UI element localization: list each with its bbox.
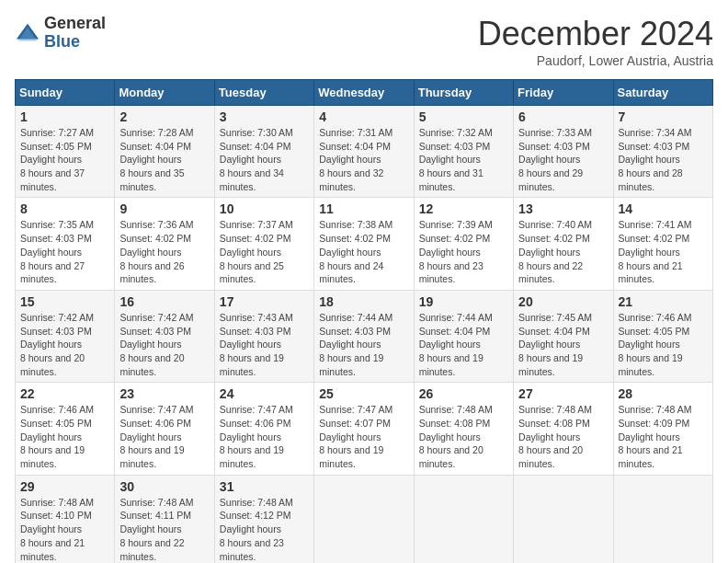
day-number: 22 [20, 386, 109, 401]
day-info: Sunrise: 7:37 AM Sunset: 4:02 PM Dayligh… [220, 218, 309, 285]
day-number: 17 [220, 294, 309, 309]
calendar-week-row: 22 Sunrise: 7:46 AM Sunset: 4:05 PM Dayl… [16, 383, 713, 475]
table-row: 10 Sunrise: 7:37 AM Sunset: 4:02 PM Dayl… [214, 198, 313, 290]
day-info: Sunrise: 7:42 AM Sunset: 4:03 PM Dayligh… [20, 311, 109, 378]
day-info: Sunrise: 7:33 AM Sunset: 4:03 PM Dayligh… [518, 126, 608, 193]
day-number: 29 [20, 479, 109, 494]
day-info: Sunrise: 7:36 AM Sunset: 4:02 PM Dayligh… [119, 218, 209, 285]
month-title: December 2024 [478, 15, 713, 53]
table-row [414, 475, 513, 563]
day-info: Sunrise: 7:38 AM Sunset: 4:02 PM Dayligh… [319, 218, 408, 285]
day-info: Sunrise: 7:48 AM Sunset: 4:09 PM Dayligh… [619, 403, 708, 470]
table-row: 6 Sunrise: 7:33 AM Sunset: 4:03 PM Dayli… [514, 106, 613, 198]
table-row: 29 Sunrise: 7:48 AM Sunset: 4:10 PM Dayl… [16, 475, 115, 563]
table-row: 4 Sunrise: 7:31 AM Sunset: 4:04 PM Dayli… [314, 106, 414, 198]
day-number: 14 [619, 201, 708, 216]
table-row: 7 Sunrise: 7:34 AM Sunset: 4:03 PM Dayli… [613, 106, 712, 198]
day-info: Sunrise: 7:44 AM Sunset: 4:04 PM Dayligh… [419, 311, 508, 378]
table-row: 17 Sunrise: 7:43 AM Sunset: 4:03 PM Dayl… [214, 290, 313, 382]
logo-icon [15, 20, 40, 46]
header: General Blue December 2024 Paudorf, Lowe… [15, 15, 713, 68]
table-row: 21 Sunrise: 7:46 AM Sunset: 4:05 PM Dayl… [613, 290, 712, 382]
col-tuesday: Tuesday [214, 80, 313, 106]
table-row: 11 Sunrise: 7:38 AM Sunset: 4:02 PM Dayl… [314, 198, 414, 290]
day-number: 7 [619, 109, 708, 124]
table-row: 12 Sunrise: 7:39 AM Sunset: 4:02 PM Dayl… [414, 198, 513, 290]
day-info: Sunrise: 7:27 AM Sunset: 4:05 PM Dayligh… [20, 126, 109, 193]
day-info: Sunrise: 7:46 AM Sunset: 4:05 PM Dayligh… [619, 311, 708, 378]
day-info: Sunrise: 7:47 AM Sunset: 4:06 PM Dayligh… [220, 403, 309, 470]
day-number: 1 [20, 109, 109, 124]
day-info: Sunrise: 7:48 AM Sunset: 4:08 PM Dayligh… [419, 403, 508, 470]
day-number: 20 [518, 294, 608, 309]
day-number: 19 [419, 294, 508, 309]
table-row: 13 Sunrise: 7:40 AM Sunset: 4:02 PM Dayl… [514, 198, 613, 290]
col-thursday: Thursday [414, 80, 513, 106]
day-info: Sunrise: 7:48 AM Sunset: 4:08 PM Dayligh… [518, 403, 608, 470]
day-info: Sunrise: 7:39 AM Sunset: 4:02 PM Dayligh… [419, 218, 508, 285]
day-info: Sunrise: 7:30 AM Sunset: 4:04 PM Dayligh… [220, 126, 309, 193]
day-info: Sunrise: 7:47 AM Sunset: 4:07 PM Dayligh… [319, 403, 408, 470]
day-info: Sunrise: 7:48 AM Sunset: 4:11 PM Dayligh… [119, 496, 209, 563]
table-row [613, 475, 712, 563]
day-number: 26 [419, 386, 508, 401]
day-info: Sunrise: 7:43 AM Sunset: 4:03 PM Dayligh… [220, 311, 309, 378]
day-info: Sunrise: 7:40 AM Sunset: 4:02 PM Dayligh… [518, 218, 608, 285]
calendar-week-row: 1 Sunrise: 7:27 AM Sunset: 4:05 PM Dayli… [16, 106, 713, 198]
table-row: 16 Sunrise: 7:42 AM Sunset: 4:03 PM Dayl… [115, 290, 214, 382]
day-number: 6 [518, 109, 608, 124]
day-number: 9 [119, 201, 209, 216]
table-row [314, 475, 414, 563]
day-number: 10 [220, 201, 309, 216]
table-row: 2 Sunrise: 7:28 AM Sunset: 4:04 PM Dayli… [115, 106, 214, 198]
day-number: 16 [119, 294, 209, 309]
day-number: 23 [119, 386, 209, 401]
day-number: 28 [619, 386, 708, 401]
day-number: 31 [220, 479, 309, 494]
day-info: Sunrise: 7:48 AM Sunset: 4:10 PM Dayligh… [20, 496, 109, 563]
table-row: 18 Sunrise: 7:44 AM Sunset: 4:03 PM Dayl… [314, 290, 414, 382]
day-number: 2 [119, 109, 209, 124]
day-number: 8 [20, 201, 109, 216]
day-info: Sunrise: 7:44 AM Sunset: 4:03 PM Dayligh… [319, 311, 408, 378]
table-row: 3 Sunrise: 7:30 AM Sunset: 4:04 PM Dayli… [214, 106, 313, 198]
col-monday: Monday [115, 80, 214, 106]
day-info: Sunrise: 7:47 AM Sunset: 4:06 PM Dayligh… [119, 403, 209, 470]
day-number: 27 [518, 386, 608, 401]
day-number: 30 [119, 479, 209, 494]
day-number: 15 [20, 294, 109, 309]
table-row: 5 Sunrise: 7:32 AM Sunset: 4:03 PM Dayli… [414, 106, 513, 198]
day-number: 24 [220, 386, 309, 401]
col-saturday: Saturday [613, 80, 712, 106]
table-row: 8 Sunrise: 7:35 AM Sunset: 4:03 PM Dayli… [16, 198, 115, 290]
day-number: 18 [319, 294, 408, 309]
table-row: 30 Sunrise: 7:48 AM Sunset: 4:11 PM Dayl… [115, 475, 214, 563]
col-sunday: Sunday [16, 80, 115, 106]
day-number: 25 [319, 386, 408, 401]
table-row: 15 Sunrise: 7:42 AM Sunset: 4:03 PM Dayl… [16, 290, 115, 382]
table-row: 23 Sunrise: 7:47 AM Sunset: 4:06 PM Dayl… [115, 383, 214, 475]
table-row: 27 Sunrise: 7:48 AM Sunset: 4:08 PM Dayl… [514, 383, 613, 475]
table-row: 28 Sunrise: 7:48 AM Sunset: 4:09 PM Dayl… [613, 383, 712, 475]
table-row: 31 Sunrise: 7:48 AM Sunset: 4:12 PM Dayl… [214, 475, 313, 563]
day-number: 4 [319, 109, 408, 124]
logo: General Blue [15, 15, 106, 52]
day-number: 5 [419, 109, 508, 124]
day-number: 11 [319, 201, 408, 216]
day-info: Sunrise: 7:41 AM Sunset: 4:02 PM Dayligh… [619, 218, 708, 285]
table-row [514, 475, 613, 563]
day-info: Sunrise: 7:34 AM Sunset: 4:03 PM Dayligh… [619, 126, 708, 193]
location-subtitle: Paudorf, Lower Austria, Austria [478, 53, 713, 68]
table-row: 9 Sunrise: 7:36 AM Sunset: 4:02 PM Dayli… [115, 198, 214, 290]
table-row: 25 Sunrise: 7:47 AM Sunset: 4:07 PM Dayl… [314, 383, 414, 475]
day-info: Sunrise: 7:28 AM Sunset: 4:04 PM Dayligh… [119, 126, 209, 193]
day-info: Sunrise: 7:31 AM Sunset: 4:04 PM Dayligh… [319, 126, 408, 193]
calendar-week-row: 29 Sunrise: 7:48 AM Sunset: 4:10 PM Dayl… [16, 475, 713, 563]
calendar-week-row: 8 Sunrise: 7:35 AM Sunset: 4:03 PM Dayli… [16, 198, 713, 290]
table-row: 22 Sunrise: 7:46 AM Sunset: 4:05 PM Dayl… [16, 383, 115, 475]
title-area: December 2024 Paudorf, Lower Austria, Au… [478, 15, 713, 68]
table-row: 14 Sunrise: 7:41 AM Sunset: 4:02 PM Dayl… [613, 198, 712, 290]
logo-general-text: General [44, 14, 106, 32]
table-row: 20 Sunrise: 7:45 AM Sunset: 4:04 PM Dayl… [514, 290, 613, 382]
day-info: Sunrise: 7:42 AM Sunset: 4:03 PM Dayligh… [119, 311, 209, 378]
